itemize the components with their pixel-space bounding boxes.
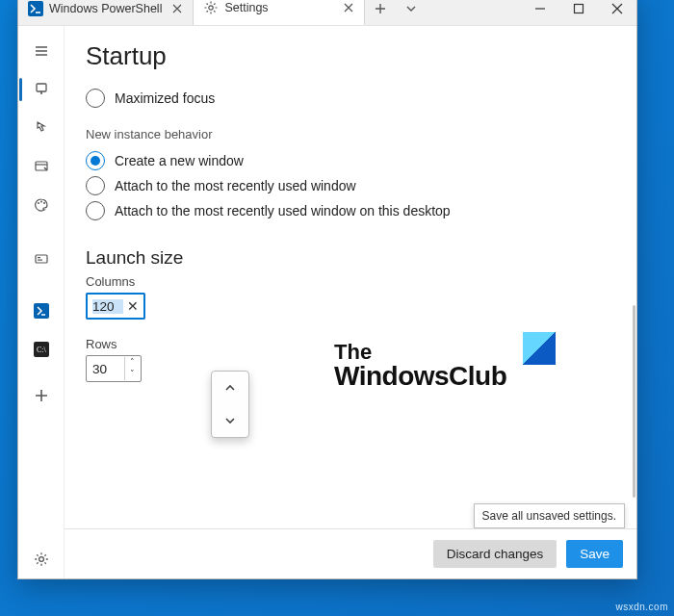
add-profile-icon[interactable] (18, 376, 65, 415)
svg-point-7 (43, 202, 45, 204)
svg-point-1 (209, 6, 213, 10)
settings-content: Startup Maximized focus New instance beh… (65, 26, 636, 578)
svg-rect-3 (37, 84, 46, 91)
radio-label: Attach to the most recently used window (115, 178, 356, 193)
color-schemes-icon[interactable] (18, 186, 65, 224)
bottom-bar: Discard changes Save (65, 528, 636, 578)
brand-logo-icon (523, 332, 556, 365)
save-button[interactable]: Save (566, 540, 623, 568)
scrollbar-thumb[interactable] (633, 305, 635, 498)
discard-button[interactable]: Discard changes (433, 540, 557, 568)
svg-rect-2 (575, 5, 583, 13)
section-new-instance-behavior: New instance behavior (86, 127, 615, 141)
radio-icon (86, 89, 105, 108)
menu-icon[interactable] (18, 32, 65, 70)
settings-gear-icon[interactable] (18, 540, 65, 578)
rows-input[interactable]: 30 ˄˅ (86, 355, 142, 382)
svg-text:C:\: C:\ (37, 346, 47, 354)
source-watermark: wsxdn.com (615, 602, 668, 612)
radio-attach-recent-desktop[interactable]: Attach to the most recently used window … (86, 201, 615, 220)
sidebar: C:\ (18, 26, 65, 578)
launch-size-heading: Launch size (86, 247, 615, 269)
tab-powershell[interactable]: Windows PowerShell (18, 0, 194, 25)
radio-label: Create a new window (115, 153, 244, 168)
tab-label: Windows PowerShell (49, 2, 162, 15)
svg-rect-9 (38, 257, 40, 258)
radio-label: Maximized focus (115, 90, 215, 106)
svg-point-14 (39, 557, 43, 562)
titlebar: Windows PowerShell Settings (18, 0, 636, 26)
columns-spinner-popup (211, 371, 249, 438)
minimize-button[interactable] (521, 0, 559, 26)
radio-label: Attach to the most recently used window … (115, 203, 451, 218)
spinner-down-button[interactable] (212, 404, 248, 437)
tab-close-button[interactable] (339, 0, 358, 17)
radio-attach-recent[interactable]: Attach to the most recently used window (86, 176, 615, 195)
radio-create-new-window[interactable]: Create a new window (86, 151, 615, 170)
rows-spinner[interactable]: ˄˅ (124, 357, 139, 380)
powershell-icon (28, 1, 43, 16)
powershell-profile-icon[interactable] (18, 292, 65, 330)
tab-settings[interactable]: Settings (194, 0, 365, 25)
columns-value: 120 (92, 299, 123, 314)
gear-icon (203, 0, 219, 15)
tab-dropdown-button[interactable] (396, 0, 427, 26)
columns-input[interactable]: 120 ✕ (86, 293, 145, 320)
window-body: C:\ Startup Maximized focus New instance… (18, 26, 636, 578)
svg-rect-10 (38, 260, 42, 261)
page-title: Startup (86, 41, 615, 71)
columns-label: Columns (86, 274, 615, 289)
radio-icon (86, 201, 105, 220)
rows-value: 30 (92, 362, 123, 376)
tab-strip: Windows PowerShell Settings (18, 0, 365, 25)
appearance-icon[interactable] (18, 147, 65, 186)
maximize-button[interactable] (559, 0, 598, 26)
svg-point-6 (40, 201, 42, 203)
radio-maximized-focus[interactable]: Maximized focus (86, 89, 615, 108)
brand-line2: WindowsClub (334, 363, 556, 390)
close-window-button[interactable] (598, 0, 636, 26)
launch-icon[interactable] (18, 70, 65, 109)
rendering-icon[interactable] (18, 240, 65, 278)
brand-watermark: The WindowsClub (334, 342, 556, 390)
tab-close-button[interactable] (168, 0, 187, 18)
cmd-profile-icon[interactable]: C:\ (18, 330, 65, 369)
svg-rect-8 (36, 255, 47, 263)
app-window: Windows PowerShell Settings (17, 0, 637, 579)
spinner-up-button[interactable] (212, 372, 248, 404)
tab-buttons (365, 0, 427, 25)
svg-point-5 (38, 202, 39, 204)
clear-icon[interactable]: ✕ (123, 298, 143, 314)
radio-icon (86, 176, 105, 195)
tab-label: Settings (224, 1, 333, 14)
save-tooltip: Save all unsaved settings. (474, 503, 625, 528)
chevron-down-icon[interactable]: ˅ (125, 369, 139, 380)
chevron-up-icon[interactable]: ˄ (125, 357, 139, 369)
new-tab-button[interactable] (365, 0, 396, 26)
interaction-icon[interactable] (18, 109, 65, 147)
radio-icon (86, 151, 105, 170)
